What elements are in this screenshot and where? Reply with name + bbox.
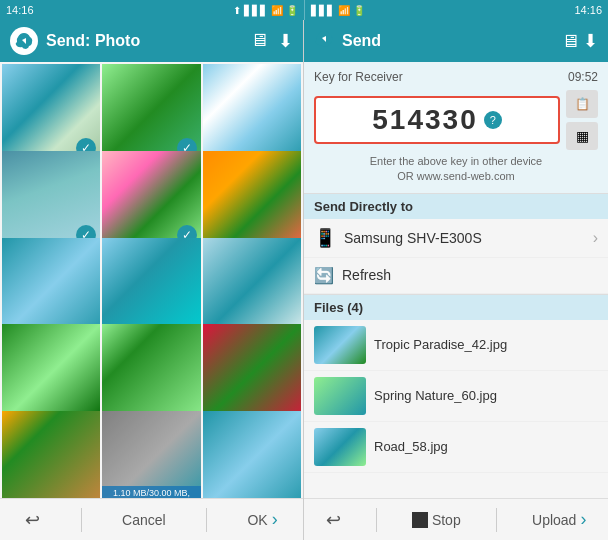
key-hint: Enter the above key in other deviceOR ww… [314, 154, 598, 185]
file-row-3: Road_58.jpg [304, 422, 608, 473]
left-panel-title: Send: Photo [46, 32, 242, 50]
photo-cell-4[interactable]: ✓ [2, 151, 100, 249]
time-right: 14:16 [574, 4, 602, 16]
right-panel-title: Send [342, 32, 553, 50]
key-section: Key for Receiver 09:52 514330 ? 📋 ▦ Ente… [304, 62, 608, 194]
photo-cell-11[interactable] [102, 324, 200, 422]
file-name-3: Road_58.jpg [374, 439, 448, 454]
photo-cell-8[interactable] [102, 238, 200, 336]
cancel-label: Cancel [122, 512, 166, 528]
photo-cell-12[interactable] [203, 324, 301, 422]
bottom-bar-right: ↩ Stop Upload › [304, 498, 608, 540]
stop-label: Stop [432, 512, 461, 528]
back-button-right[interactable]: ↩ [318, 509, 349, 531]
ok-arrow-icon: › [272, 509, 278, 530]
send-directly-title: Send Directly to [304, 194, 608, 219]
status-bar-left: 14:16 ⬆ ▋▋▋ 📶 🔋 [0, 0, 304, 20]
back-icon: ↩ [25, 509, 40, 531]
key-action-icons: 📋 ▦ [566, 90, 598, 150]
photo-cell-9[interactable] [203, 238, 301, 336]
ok-button[interactable]: OK › [237, 509, 287, 530]
refresh-icon: 🔄 [314, 266, 334, 285]
bottom-bar-left: ↩ Cancel OK › [0, 498, 303, 540]
key-section-time: 09:52 [568, 70, 598, 84]
device-icon: 📱 [314, 227, 336, 249]
wifi-icon-left: 📶 [271, 5, 283, 16]
files-list: Tropic Paradise_42.jpg Spring Nature_60.… [304, 320, 608, 473]
photo-cell-7[interactable] [2, 238, 100, 336]
file-name-1: Tropic Paradise_42.jpg [374, 337, 507, 352]
file-row-1: Tropic Paradise_42.jpg [304, 320, 608, 371]
photo-cell-13[interactable] [2, 411, 100, 498]
refresh-label: Refresh [342, 267, 391, 283]
stop-button[interactable]: Stop [404, 512, 469, 528]
photo-cell-2[interactable]: ✓ [102, 64, 200, 162]
qr-key-button[interactable]: ▦ [566, 122, 598, 150]
time-left: 14:16 [6, 4, 34, 16]
key-section-label: Key for Receiver [314, 70, 403, 84]
photo-cell-10[interactable] [2, 324, 100, 422]
device-chevron-icon: › [593, 229, 598, 247]
signal-icon-left: ▋▋▋ [244, 5, 268, 16]
key-number: 514330 [372, 104, 477, 136]
download-icon-right[interactable]: ⬇ [583, 31, 598, 51]
file-thumb-2 [314, 377, 366, 415]
cancel-button[interactable]: Cancel [112, 512, 176, 528]
file-row-2: Spring Nature_60.jpg [304, 371, 608, 422]
monitor-icon-left[interactable]: 🖥 [250, 30, 268, 52]
wifi-icon-right: 📶 [338, 5, 350, 16]
upload-button[interactable]: Upload › [524, 509, 594, 530]
photo-grid: ✓ ✓ ✓ ✓ 1.10 MB/30.00 [0, 62, 303, 498]
right-header: Send 🖥 ⬇ [304, 20, 608, 62]
files-section: Files (4) Tropic Paradise_42.jpg Spring … [304, 295, 608, 498]
file-thumb-3 [314, 428, 366, 466]
file-name-2: Spring Nature_60.jpg [374, 388, 497, 403]
back-button-left[interactable]: ↩ [15, 509, 50, 531]
refresh-row[interactable]: 🔄 Refresh [304, 258, 608, 294]
photo-cell-1[interactable]: ✓ [2, 64, 100, 162]
files-title: Files (4) [304, 295, 608, 320]
progress-overlay: 1.10 MB/30.00 MB, 4/10 Files [102, 486, 200, 498]
send-directly-section: Send Directly to 📱 Samsung SHV-E300S › 🔄… [304, 194, 608, 295]
download-icon-left[interactable]: ⬇ [278, 30, 293, 52]
upload-arrow-icon: › [580, 509, 586, 530]
upload-icon: ⬆ [233, 5, 241, 16]
app-icon-left [10, 27, 38, 55]
photo-cell-6[interactable] [203, 151, 301, 249]
photo-cell-3[interactable] [203, 64, 301, 162]
photo-cell-14[interactable]: 1.10 MB/30.00 MB, 4/10 Files [102, 411, 200, 498]
file-thumb-1 [314, 326, 366, 364]
stop-square-icon [412, 512, 428, 528]
back-icon-right: ↩ [326, 509, 341, 531]
photo-cell-15[interactable] [203, 411, 301, 498]
ok-label: OK [247, 512, 267, 528]
upload-label: Upload [532, 512, 576, 528]
key-help-icon[interactable]: ? [484, 111, 502, 129]
app-icon-right [314, 29, 334, 53]
signal-icon-right: ▋▋▋ [311, 5, 335, 16]
device-name: Samsung SHV-E300S [344, 230, 585, 246]
status-bar-right: ▋▋▋ 📶 🔋 14:16 [305, 0, 608, 20]
left-header: Send: Photo 🖥 ⬇ [0, 20, 303, 62]
copy-key-button[interactable]: 📋 [566, 90, 598, 118]
battery-icon-left: 🔋 [286, 5, 298, 16]
battery-icon-right: 🔋 [353, 5, 365, 16]
monitor-icon-right[interactable]: 🖥 [561, 31, 579, 51]
photo-cell-5[interactable]: ✓ [102, 151, 200, 249]
key-box: 514330 ? [314, 96, 560, 144]
device-row[interactable]: 📱 Samsung SHV-E300S › [304, 219, 608, 258]
